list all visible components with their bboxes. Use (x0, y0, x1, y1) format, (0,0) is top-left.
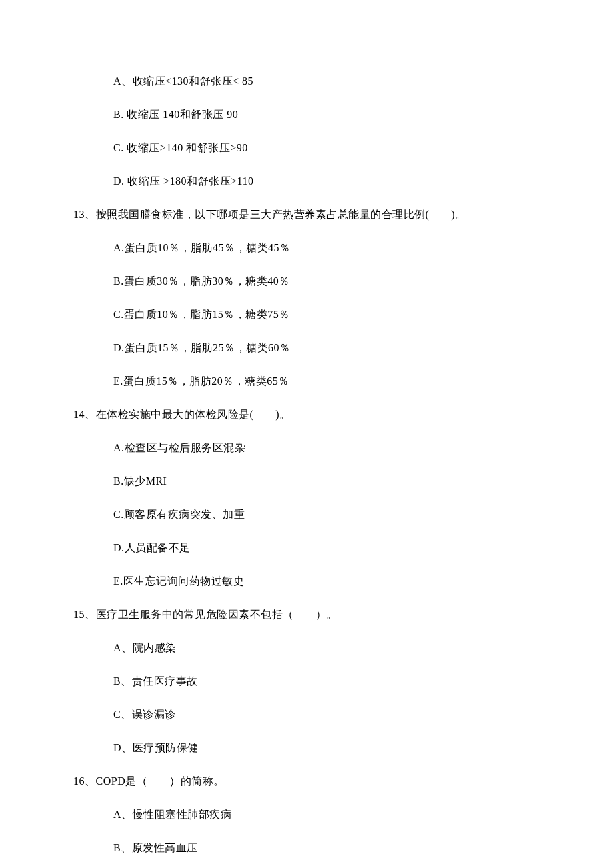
q13-option-a: A.蛋白质10％，脂肪45％，糖类45％ (113, 240, 540, 256)
q15-option-d: D、医疗预防保健 (113, 740, 540, 756)
q13-stem: 13、按照我国膳食标准，以下哪项是三大产热营养素占总能量的合理比例( )。 (73, 207, 540, 223)
q14-option-d: D.人员配备不足 (113, 540, 540, 556)
q13-option-d: D.蛋白质15％，脂肪25％，糖类60％ (113, 340, 540, 356)
q13-option-c: C.蛋白质10％，脂肪15％，糖类75％ (113, 307, 540, 323)
q12-option-d: D. 收缩压 >180和舒张压>110 (113, 173, 540, 189)
q16-stem: 16、COPD是（ ）的简称。 (73, 773, 540, 789)
document-page: A、收缩压<130和舒张压< 85 B. 收缩压 140和舒张压 90 C. 收… (0, 0, 613, 868)
q14-option-c: C.顾客原有疾病突发、加重 (113, 507, 540, 523)
q15-option-b: B、责任医疗事故 (113, 673, 540, 689)
q14-stem: 14、在体检实施中最大的体检风险是( )。 (73, 407, 540, 423)
q15-option-a: A、院内感染 (113, 640, 540, 656)
q15-stem: 15、医疗卫生服务中的常见危险因素不包括（ ）。 (73, 607, 540, 623)
q16-option-b: B、原发性高血压 (113, 840, 540, 856)
q15-option-c: C、误诊漏诊 (113, 707, 540, 723)
q13-option-e: E.蛋白质15％，脂肪20％，糖类65％ (113, 373, 540, 389)
q12-option-b: B. 收缩压 140和舒张压 90 (113, 107, 540, 123)
q13-option-b: B.蛋白质30％，脂肪30％，糖类40％ (113, 273, 540, 289)
q12-option-c: C. 收缩压>140 和舒张压>90 (113, 140, 540, 156)
q14-option-e: E.医生忘记询问药物过敏史 (113, 573, 540, 589)
q14-option-b: B.缺少MRI (113, 473, 540, 489)
q14-option-a: A.检查区与检后服务区混杂 (113, 440, 540, 456)
q16-option-a: A、慢性阻塞性肺部疾病 (113, 807, 540, 823)
q12-option-a: A、收缩压<130和舒张压< 85 (113, 73, 540, 89)
